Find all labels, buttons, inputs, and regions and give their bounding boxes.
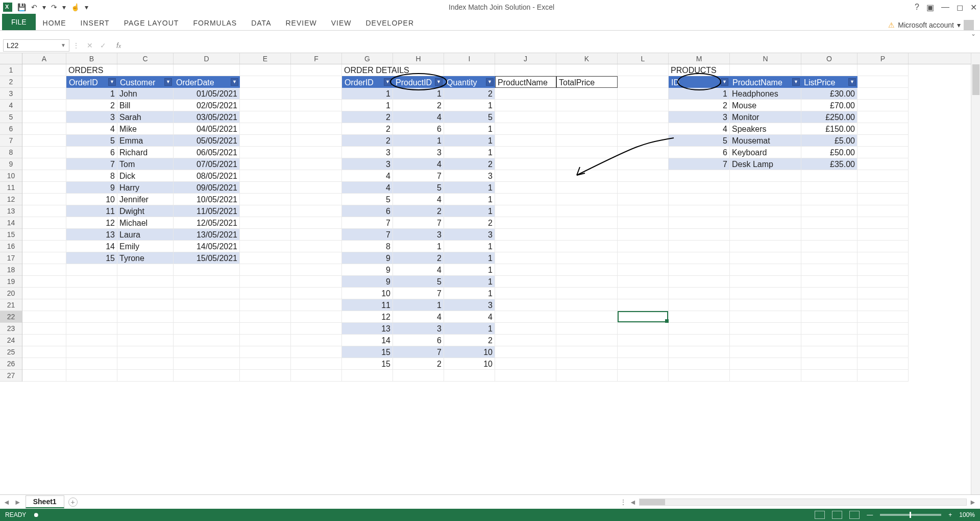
cell[interactable]: 3 xyxy=(342,147,393,158)
cell[interactable] xyxy=(495,370,556,382)
cell[interactable]: 4 xyxy=(393,158,444,170)
cell[interactable]: Mousemat xyxy=(730,135,801,147)
cell[interactable] xyxy=(66,358,117,370)
tab-page-layout[interactable]: PAGE LAYOUT xyxy=(117,16,186,30)
cell[interactable]: Emma xyxy=(117,135,174,147)
cell[interactable] xyxy=(240,182,291,194)
cell[interactable] xyxy=(240,299,291,311)
cell[interactable]: £35.00 xyxy=(801,158,857,170)
cell[interactable] xyxy=(22,194,66,205)
cell[interactable]: 6 xyxy=(669,147,730,158)
cell[interactable]: 1 xyxy=(393,135,444,147)
cell[interactable]: 2 xyxy=(342,111,393,123)
cell[interactable] xyxy=(291,276,342,288)
cell[interactable]: 02/05/2021 xyxy=(174,100,240,111)
cell[interactable] xyxy=(730,311,801,323)
cell[interactable]: 4 xyxy=(66,123,117,135)
cell[interactable]: 1 xyxy=(444,241,495,252)
cell[interactable] xyxy=(22,64,66,76)
cell[interactable]: 2 xyxy=(393,252,444,264)
cell[interactable]: 1 xyxy=(444,100,495,111)
cell[interactable] xyxy=(240,111,291,123)
cell[interactable] xyxy=(857,76,909,88)
cell[interactable]: Tyrone xyxy=(117,252,174,264)
cell[interactable] xyxy=(495,358,556,370)
cell[interactable] xyxy=(618,358,669,370)
cell[interactable] xyxy=(618,217,669,229)
cell[interactable] xyxy=(669,335,730,346)
col-header[interactable]: C xyxy=(117,53,174,64)
cell[interactable] xyxy=(730,194,801,205)
cell[interactable]: 10 xyxy=(444,358,495,370)
cell[interactable]: 03/05/2021 xyxy=(174,111,240,123)
account-label[interactable]: Microsoft account xyxy=(898,21,954,29)
cell[interactable] xyxy=(174,311,240,323)
cell[interactable] xyxy=(618,370,669,382)
cell[interactable] xyxy=(857,323,909,335)
cell[interactable] xyxy=(22,158,66,170)
cell[interactable]: 2 xyxy=(66,100,117,111)
cell[interactable]: TotalPrice xyxy=(556,76,618,88)
cell[interactable] xyxy=(618,276,669,288)
row-header[interactable]: 15 xyxy=(0,229,22,241)
cell[interactable] xyxy=(22,135,66,147)
cell[interactable] xyxy=(556,252,618,264)
cell[interactable] xyxy=(730,205,801,217)
cell[interactable] xyxy=(22,358,66,370)
cell[interactable] xyxy=(240,276,291,288)
cell[interactable] xyxy=(618,288,669,299)
cell[interactable] xyxy=(495,123,556,135)
cell[interactable]: 3 xyxy=(66,111,117,123)
cell[interactable] xyxy=(730,358,801,370)
cell[interactable] xyxy=(556,205,618,217)
cell[interactable]: Speakers xyxy=(730,123,801,135)
tab-developer[interactable]: DEVELOPER xyxy=(358,16,421,30)
cell[interactable]: 7 xyxy=(669,158,730,170)
cell[interactable] xyxy=(618,64,669,76)
cell[interactable]: 12 xyxy=(342,311,393,323)
cell[interactable] xyxy=(174,370,240,382)
col-header[interactable]: E xyxy=(240,53,291,64)
formula-input[interactable] xyxy=(124,39,977,52)
cell[interactable]: 4 xyxy=(393,311,444,323)
cell[interactable] xyxy=(291,335,342,346)
col-header[interactable]: K xyxy=(556,53,618,64)
cell[interactable]: 04/05/2021 xyxy=(174,123,240,135)
cell[interactable]: 1 xyxy=(393,299,444,311)
touch-mode-icon[interactable]: ☝ xyxy=(71,3,80,11)
cell[interactable] xyxy=(291,205,342,217)
cell[interactable] xyxy=(291,111,342,123)
cell[interactable] xyxy=(618,241,669,252)
cell[interactable] xyxy=(857,147,909,158)
cell[interactable]: 3 xyxy=(444,170,495,182)
cancel-formula-icon[interactable]: ✕ xyxy=(87,41,93,50)
cell[interactable] xyxy=(556,182,618,194)
cell[interactable] xyxy=(857,358,909,370)
cell[interactable] xyxy=(174,288,240,299)
fx-icon[interactable]: fx xyxy=(116,41,121,50)
redo-icon[interactable]: ↷ xyxy=(51,3,57,11)
row-header[interactable]: 12 xyxy=(0,194,22,205)
cell[interactable] xyxy=(291,100,342,111)
cell[interactable]: 1 xyxy=(444,264,495,276)
cell[interactable]: 9 xyxy=(342,264,393,276)
help-icon[interactable]: ? xyxy=(915,3,919,12)
filter-icon[interactable]: ▼ xyxy=(108,78,116,86)
cell[interactable]: 1 xyxy=(444,252,495,264)
cell[interactable] xyxy=(857,299,909,311)
col-header[interactable]: J xyxy=(495,53,556,64)
cell[interactable] xyxy=(495,346,556,358)
cell[interactable] xyxy=(291,288,342,299)
cell[interactable]: 01/05/2021 xyxy=(174,88,240,100)
cell[interactable] xyxy=(495,182,556,194)
row-header[interactable]: 11 xyxy=(0,182,22,194)
cell[interactable] xyxy=(730,335,801,346)
cell[interactable] xyxy=(730,323,801,335)
cell[interactable] xyxy=(556,358,618,370)
cell[interactable]: 1 xyxy=(342,88,393,100)
col-header[interactable]: P xyxy=(857,53,909,64)
cell[interactable]: 2 xyxy=(393,100,444,111)
cell[interactable]: 3 xyxy=(669,111,730,123)
view-pagelayout-icon[interactable] xyxy=(832,511,842,519)
row-header[interactable]: 27 xyxy=(0,370,22,382)
